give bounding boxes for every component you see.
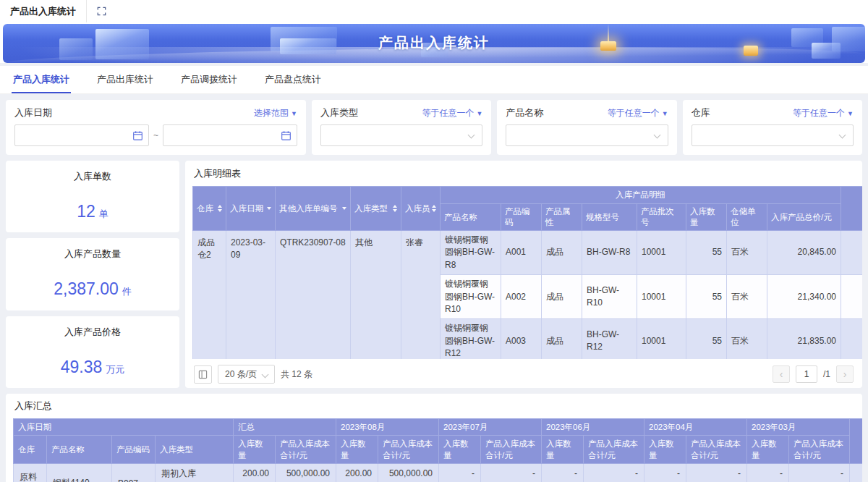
filter-product-name: 产品名称 等于任意一个▼ — [497, 100, 676, 155]
summary-table-body: 原料仓钢料4140B007期初入库200.00500,000.00200.005… — [14, 464, 863, 482]
cell-product-attr: 成品 — [542, 275, 582, 319]
sub-header-total-price[interactable]: 入库产品总价/元 — [767, 204, 841, 231]
cell-product-attr: 成品 — [542, 319, 582, 359]
summary-table: 入库日期汇总2023年08月2023年07月2023年06月2023年04月20… — [13, 418, 862, 482]
col-header-clipped — [841, 187, 863, 231]
col-header-operator[interactable]: 入库员 — [401, 187, 441, 231]
cell-value: - — [789, 464, 850, 482]
total-count-text: 共 12 条 — [281, 368, 312, 381]
cell-clipped — [841, 231, 863, 275]
date-start-input[interactable] — [15, 125, 148, 145]
detail-table-title: 入库明细表 — [194, 167, 862, 180]
sub-header-spec[interactable]: 规格型号 — [582, 204, 637, 231]
stat-label: 入库产品数量 — [6, 248, 179, 261]
month-group-header: 2023年06月 — [542, 419, 644, 436]
next-page-button[interactable]: › — [836, 365, 854, 383]
cell-total-price: 21,340.00 — [767, 275, 841, 319]
sub-header-product-attr[interactable]: 产品属性 — [542, 204, 582, 231]
detail-table-clip: 仓库 入库日期 其他入库单编号 入库类型 入库员 入库产品明细 产品名称 产品编… — [192, 186, 862, 359]
cell-product-attr: 成品 — [542, 231, 582, 275]
cell-product-code: A003 — [501, 319, 542, 359]
page-number-input[interactable] — [796, 365, 817, 383]
pagination-bar: 20 条/页 共 12 条 ‹ /1 › — [192, 359, 862, 384]
cell-order-no: QTRK230907-08 — [276, 231, 351, 360]
filter-inbound-type: 入库类型 等于任意一个▼ — [312, 100, 491, 155]
month-group-header: 2023年03月 — [747, 419, 850, 436]
filter-product-operator[interactable]: 等于任意一个▼ — [608, 107, 668, 119]
pager: ‹ /1 › — [773, 365, 854, 383]
date-end-input[interactable] — [163, 125, 297, 145]
app-screen: 产品出入库统计 产品出入库统计 — [0, 0, 868, 482]
top-tab-bar: 产品出入库统计 — [0, 0, 868, 22]
metric-header-cost: 产品入库成本合计/元 — [276, 436, 336, 464]
warehouse-select[interactable] — [692, 124, 854, 146]
cell-value: - — [686, 464, 747, 482]
stat-unit: 万元 — [106, 364, 124, 375]
cell-total-price: 21,835.00 — [767, 319, 841, 359]
sub-header-storage-unit[interactable]: 仓储单位 — [727, 204, 767, 231]
month-group-header: 2023年04月 — [644, 419, 747, 436]
cell-inbound-type: 其他 — [351, 231, 401, 360]
sort-icon — [393, 205, 397, 212]
cell-qty: 55 — [686, 319, 727, 359]
cell-product-name: 镀锡铜覆钢圆钢BH-GW-R10 — [441, 275, 501, 319]
filter-warehouse: 仓库 等于任意一个▼ — [683, 100, 862, 155]
chevron-down-icon: ▼ — [662, 110, 668, 117]
prev-page-button[interactable]: ‹ — [773, 365, 790, 383]
filter-caret-icon — [342, 207, 346, 210]
fullscreen-button[interactable] — [97, 7, 106, 16]
page-size-select[interactable]: 20 条/页 — [218, 365, 275, 384]
cell-total-price: 20,845.00 — [767, 231, 841, 275]
col-header-inbound-date[interactable]: 入库日期 — [226, 187, 276, 231]
tab-outbound-stats[interactable]: 产品出库统计 — [95, 66, 155, 93]
cell-value: 200.00 — [336, 464, 378, 482]
col-header-order-no[interactable]: 其他入库单编号 — [276, 187, 351, 231]
inbound-type-select[interactable] — [320, 124, 482, 146]
calendar-icon[interactable] — [281, 130, 292, 141]
tabs-bar: 产品入库统计 产品出库统计 产品调拨统计 产品盘点统计 — [0, 66, 868, 94]
column-settings-button[interactable] — [194, 365, 212, 384]
sub-header-qty[interactable]: 入库数量 — [686, 204, 727, 231]
cell-value: - — [584, 464, 644, 482]
cell-operator: 张睿 — [401, 231, 441, 360]
cell-inbound-date: 2023-03-09 — [226, 231, 276, 360]
cell-value: - — [481, 464, 542, 482]
filter-warehouse-operator[interactable]: 等于任意一个▼ — [793, 107, 854, 119]
product-name-select[interactable] — [506, 124, 668, 146]
stat-value: 2,387.00件 — [6, 279, 179, 299]
cell-value: - — [439, 464, 481, 482]
date-end-wrap — [163, 124, 297, 146]
sub-header-product-name[interactable]: 产品名称 — [441, 204, 501, 231]
sub-header-product-code[interactable]: 产品编码 — [501, 204, 542, 231]
cell-qty: 55 — [686, 231, 727, 275]
cell-value: 500,000.00 — [378, 464, 439, 482]
summary-col-header: 产品名称 — [47, 436, 112, 464]
col-header-inbound-type[interactable]: 入库类型 — [351, 187, 401, 231]
tab-transfer-stats[interactable]: 产品调拨统计 — [179, 66, 239, 93]
stat-card-product-price: 入库产品价格 49.38万元 — [6, 316, 179, 388]
banner-zone: 产品出入库统计 — [0, 22, 868, 63]
date-range-separator: ~ — [153, 130, 158, 140]
summary-table-row: 原料仓钢料4140B007期初入库200.00500,000.00200.005… — [14, 464, 863, 482]
metric-header-qty: 入库数量 — [542, 436, 584, 464]
col-header-warehouse[interactable]: 仓库 — [193, 187, 226, 231]
filter-date-operator[interactable]: 选择范围▼ — [254, 107, 297, 119]
tab-stocktake-stats[interactable]: 产品盘点统计 — [263, 66, 323, 93]
cell-spec: BH-GW-R8 — [582, 231, 637, 275]
month-group-header: 2023年08月 — [336, 419, 439, 436]
filter-type-operator[interactable]: 等于任意一个▼ — [422, 107, 482, 119]
tab-inbound-stats[interactable]: 产品入库统计 — [12, 66, 71, 93]
metric-header-cost: 产品入库成本合计/元 — [481, 436, 542, 464]
filter-bar: 入库日期 选择范围▼ ~ — [6, 100, 862, 155]
columns-icon — [198, 370, 208, 379]
cell-inbound-type: 期初入库 — [156, 464, 234, 482]
sub-header-batch-no[interactable]: 产品批次号 — [637, 204, 686, 231]
metric-header-qty: 入库数量 — [439, 436, 481, 464]
calendar-icon[interactable] — [132, 130, 143, 141]
corner-header-inbound-date: 入库日期 — [14, 419, 234, 436]
cell-warehouse: 原料仓 — [14, 464, 47, 482]
detail-table-row: 成品仓22023-03-09QTRK230907-08其他张睿镀锡铜覆钢圆钢BH… — [193, 231, 863, 275]
chevron-down-icon: ▼ — [847, 110, 854, 117]
cell-product-code: A002 — [501, 275, 542, 319]
stat-value: 12单 — [6, 202, 179, 221]
